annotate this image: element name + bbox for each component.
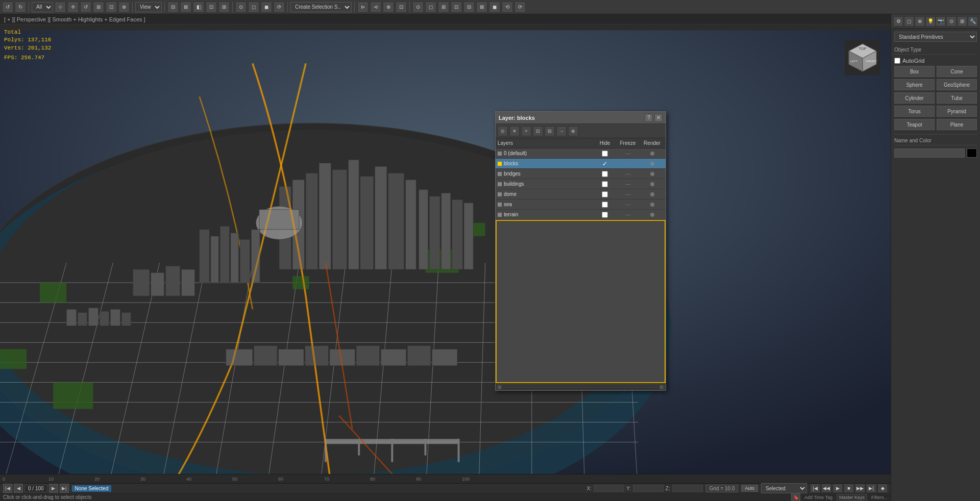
sphere-btn[interactable]: Sphere <box>894 79 935 90</box>
layer-scroll-left[interactable] <box>498 385 502 389</box>
toolbar-btn-undo[interactable]: ↺ <box>2 2 13 13</box>
dialog-close-btn[interactable]: ✕ <box>654 114 663 122</box>
toolbar-btn-link[interactable]: ⊕ <box>118 2 130 13</box>
layer-scroll-right[interactable] <box>659 385 664 389</box>
nav-cube[interactable]: TOP LEFT FRONT <box>845 40 880 76</box>
selected-area[interactable]: Selected <box>761 483 807 493</box>
toolbar-btn-2[interactable]: ⊠ <box>180 2 191 13</box>
toolbar-btn-18[interactable]: ⊠ <box>476 2 487 13</box>
toolbar-btn-14[interactable]: ◻ <box>425 2 436 13</box>
toolbar-btn-scale[interactable]: ⊞ <box>93 2 104 13</box>
cylinder-btn[interactable]: Cylinder <box>894 92 935 104</box>
layer-dialog[interactable]: Layer: blocks ? ✕ ⊙ ✕ + ⊡ ⊟ → ⊕ <box>495 111 666 391</box>
layer-empty-area[interactable] <box>496 220 666 383</box>
layer-row-sea[interactable]: sea — <box>496 199 666 210</box>
viewport-scene[interactable]: Total Polys: 137,116 Verts: 201,132 FPS:… <box>0 24 891 501</box>
layer-row-dome[interactable]: dome — <box>496 189 666 199</box>
name-input[interactable] <box>894 148 965 158</box>
pyramid-btn[interactable]: Pyramid <box>937 106 977 117</box>
color-picker-row[interactable] <box>894 148 977 158</box>
right-panel-btn-1[interactable]: ⚙ <box>893 16 903 27</box>
toolbar-btn-8[interactable]: ◼ <box>261 2 272 13</box>
layer-row-buildings[interactable]: buildings — <box>496 179 666 189</box>
box-btn[interactable]: Box <box>894 66 935 77</box>
frame-counter[interactable]: |◀ ◀ 0 / 100 ▶ ▶| <box>3 484 69 493</box>
right-panel-btn-2[interactable]: ◻ <box>904 16 914 27</box>
toolbar-btn-select[interactable]: ⊹ <box>55 2 66 13</box>
right-panel-btn-8[interactable]: 🔧 <box>968 16 978 27</box>
toolbar-btn-10[interactable]: ⊳ <box>357 2 369 13</box>
transport-prev-frame[interactable]: ◀◀ <box>821 484 831 493</box>
frame-input[interactable]: 0 / 100 <box>24 485 47 492</box>
layer-hide-sea[interactable] <box>595 202 615 208</box>
toolbar-btn-15[interactable]: ⊞ <box>438 2 449 13</box>
toolbar-btn-12[interactable]: ⊕ <box>383 2 394 13</box>
selection-dropdown[interactable]: Create Selection S... <box>290 2 352 12</box>
viewport-topbar[interactable]: [ + ][ Perspective ][ Smooth + Highlight… <box>0 14 891 24</box>
dialog-help-btn[interactable]: ? <box>645 114 653 122</box>
toolbar-btn-4[interactable]: ⊡ <box>206 2 217 13</box>
layer-hide-dome[interactable] <box>595 191 615 197</box>
toolbar-btn-7[interactable]: ◻ <box>248 2 259 13</box>
top-toolbar[interactable]: ↺ ↻ All ⊹ ✛ ↺ ⊞ ⊡ ⊕ View ⊟ ⊠ ◧ ⊡ ⊞ ⊙ ◻ ◼… <box>0 0 980 14</box>
layer-row-blocks[interactable]: blocks ✓ — <box>496 159 666 169</box>
layer-btn-find[interactable]: ⊕ <box>568 126 578 136</box>
toolbar-btn-3[interactable]: ◧ <box>193 2 204 13</box>
toolbar-btn-17[interactable]: ⊟ <box>463 2 475 13</box>
toolbar-btn-9[interactable]: ⟳ <box>274 2 285 13</box>
toolbar-btn-20[interactable]: ⟲ <box>502 2 513 13</box>
right-panel-btn-6[interactable]: ⊙ <box>946 16 957 27</box>
frame-end-btn[interactable]: ▶| <box>60 484 69 493</box>
teapot-btn[interactable]: Teapot <box>894 119 935 130</box>
right-panel-btn-7[interactable]: ⊞ <box>957 16 967 27</box>
transport-controls[interactable]: |◀ ◀◀ ▶ ■ ▶▶ ▶| ◆ <box>810 484 888 493</box>
frame-next-btn[interactable]: ▶ <box>49 484 58 493</box>
layer-row-default[interactable]: 0 (default) — <box>496 148 666 159</box>
autogrid-checkbox[interactable] <box>894 58 900 64</box>
right-panel-btn-3[interactable]: ⊕ <box>915 16 925 27</box>
layer-btn-move-to[interactable]: → <box>556 126 567 136</box>
transport-next-frame[interactable]: ▶▶ <box>855 484 865 493</box>
layer-dialog-toolbar[interactable]: ⊙ ✕ + ⊡ ⊟ → ⊕ <box>496 124 666 138</box>
toolbar-btn-rotate[interactable]: ↺ <box>80 2 91 13</box>
geosphere-btn[interactable]: GeoSphere <box>937 79 977 90</box>
tube-btn[interactable]: Tube <box>937 92 977 104</box>
coord-display[interactable]: X: Y: Z: <box>586 485 702 492</box>
layer-hide-bridges[interactable] <box>595 171 615 177</box>
layer-render-default[interactable] <box>641 151 664 157</box>
toolbar-btn-11[interactable]: ⊲ <box>370 2 381 13</box>
toolbar-btn-redo[interactable]: ↻ <box>15 2 26 13</box>
layer-row-terrain[interactable]: terrain — <box>496 210 666 220</box>
layer-list[interactable]: 0 (default) — blocks <box>496 148 666 220</box>
layer-btn-select[interactable]: ⊡ <box>533 126 543 136</box>
toolbar-btn-5[interactable]: ⊞ <box>218 2 230 13</box>
transport-keyframe[interactable]: ◆ <box>877 484 888 493</box>
layer-btn-add[interactable]: + <box>521 126 531 136</box>
add-time-tag-btn[interactable]: 🔖 <box>791 493 800 502</box>
auto-btn[interactable]: Auto <box>741 485 758 492</box>
layer-btn-current[interactable]: ⊙ <box>498 126 508 136</box>
frame-start-btn[interactable]: |◀ <box>3 484 12 493</box>
toolbar-btn-6[interactable]: ⊙ <box>235 2 247 13</box>
right-panel-topbar[interactable]: ⚙ ◻ ⊕ 💡 📷 ⊙ ⊞ 🔧 <box>891 14 980 29</box>
toolbar-btn-move[interactable]: ✛ <box>67 2 79 13</box>
toolbar-btn-13[interactable]: ⊙ <box>412 2 424 13</box>
transport-goto-start[interactable]: |◀ <box>810 484 820 493</box>
toolbar-btn-19[interactable]: ◼ <box>489 2 500 13</box>
layer-render-sea[interactable] <box>641 202 664 208</box>
layer-hide-blocks[interactable]: ✓ <box>595 160 615 167</box>
layer-btn-unselect[interactable]: ⊟ <box>545 126 555 136</box>
toolbar-btn-21[interactable]: ⟳ <box>514 2 526 13</box>
frame-prev-btn[interactable]: ◀ <box>14 484 23 493</box>
layer-scrollbar[interactable] <box>502 386 659 389</box>
transport-goto-end[interactable]: ▶| <box>866 484 876 493</box>
x-field[interactable] <box>594 485 624 492</box>
layer-render-blocks[interactable] <box>641 161 664 167</box>
layer-dialog-titlebar[interactable]: Layer: blocks ? ✕ <box>496 112 666 124</box>
torus-btn[interactable]: Torus <box>894 106 935 117</box>
layer-hide-terrain[interactable] <box>595 212 615 218</box>
color-swatch[interactable] <box>967 148 977 158</box>
layer-render-buildings[interactable] <box>641 181 664 187</box>
view-dropdown[interactable]: View <box>135 2 162 12</box>
layer-render-dome[interactable] <box>641 191 664 197</box>
